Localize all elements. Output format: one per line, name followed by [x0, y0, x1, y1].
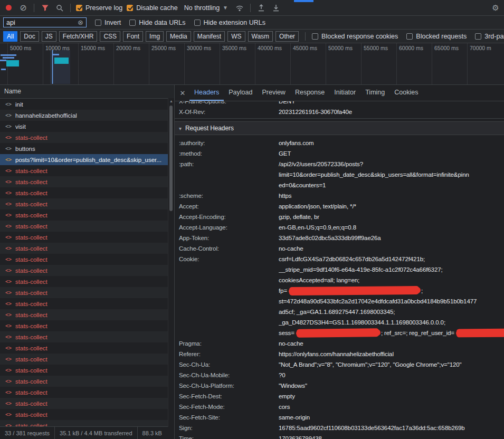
- tab-response[interactable]: Response: [290, 85, 329, 101]
- request-row[interactable]: <>stats-collect: [0, 342, 174, 354]
- request-row[interactable]: <>stats-collect: [0, 221, 174, 232]
- request-row[interactable]: <>stats-collect: [0, 176, 174, 187]
- clear-filter-icon[interactable]: ⊗: [78, 19, 83, 26]
- preserve-log-checkbox[interactable]: Preserve log: [76, 4, 122, 12]
- network-conditions-icon[interactable]: [234, 3, 245, 13]
- type-filter-doc[interactable]: Doc: [20, 31, 39, 42]
- checkbox-unchecked[interactable]: [475, 33, 481, 40]
- checkbox-unchecked[interactable]: [95, 20, 101, 26]
- filter-input[interactable]: api ⊗: [3, 17, 87, 27]
- header-value: csrf=LdfcGX4Sa72db06824c657db26a5d142472…: [279, 254, 504, 338]
- checkbox-unchecked[interactable]: [129, 20, 136, 26]
- request-row[interactable]: <>stats-collect: [0, 376, 174, 387]
- request-row[interactable]: <>buttons: [0, 143, 174, 154]
- request-row[interactable]: <>stats-collect: [0, 365, 174, 376]
- request-row-selected[interactable]: <>posts?limit=10&order=publish_date_desc…: [0, 154, 174, 165]
- type-filter-other[interactable]: Other: [275, 31, 299, 42]
- tab-initiator[interactable]: Initiator: [329, 85, 360, 101]
- request-row[interactable]: <>stats-collect: [0, 132, 174, 143]
- header-value: no-cache: [279, 243, 504, 254]
- request-row[interactable]: <>stats-collect: [0, 409, 174, 420]
- type-filter-all[interactable]: All: [3, 31, 17, 42]
- request-row[interactable]: <>stats-collect: [0, 298, 174, 309]
- header-name: Pragma:: [175, 338, 279, 349]
- disable-cache-checkbox[interactable]: Disable cache: [127, 4, 178, 12]
- adv-checkbox-blocked-requests[interactable]: Blocked requests: [406, 33, 467, 40]
- request-row[interactable]: <>stats-collect: [0, 276, 174, 287]
- waterfall-overview[interactable]: 5000 ms10000 ms15000 ms20000 ms25000 ms3…: [0, 43, 504, 85]
- request-row[interactable]: <>visit: [0, 121, 174, 132]
- type-filter-fetch-xhr[interactable]: Fetch/XHR: [59, 31, 98, 42]
- request-name: stats-collect: [15, 312, 47, 318]
- request-row[interactable]: <>init: [0, 99, 174, 110]
- filter-checkbox-hide-data-urls[interactable]: Hide data URLs: [129, 19, 185, 26]
- request-row[interactable]: <>stats-collect: [0, 243, 174, 254]
- request-row[interactable]: <>stats-collect: [0, 265, 174, 276]
- adv-checkbox-blocked-response-cookies[interactable]: Blocked response cookies: [312, 33, 398, 40]
- tab-headers[interactable]: Headers: [189, 85, 224, 101]
- request-name: stats-collect: [15, 301, 47, 307]
- checkbox-label: Blocked response cookies: [321, 33, 398, 40]
- type-filter-ws[interactable]: WS: [227, 31, 245, 42]
- tab-preview[interactable]: Preview: [257, 85, 290, 101]
- header-value: "Not_A Brand";v="8", "Chromium";v="120",…: [279, 359, 504, 370]
- type-filter-media[interactable]: Media: [166, 31, 191, 42]
- page-blue-artifact: [294, 0, 313, 2]
- checkbox-checked[interactable]: [127, 5, 133, 11]
- import-har-icon[interactable]: [256, 3, 267, 13]
- request-row[interactable]: <>stats-collect: [0, 187, 174, 198]
- request-row[interactable]: <>stats-collect: [0, 398, 174, 409]
- checkbox-unchecked[interactable]: [406, 33, 413, 40]
- adv-checkbox-3rd-party-requests[interactable]: 3rd-party requests: [475, 33, 504, 40]
- section-title: Request Headers: [185, 125, 234, 132]
- throttling-dropdown[interactable]: No throttling ▼: [182, 3, 230, 13]
- checkbox-checked[interactable]: [76, 5, 82, 11]
- scroll-up-icon[interactable]: ▲: [169, 99, 173, 103]
- request-list: <>init<>hannahelizabethofficial<>visit<>…: [0, 99, 174, 426]
- request-row[interactable]: <>stats-collect: [0, 354, 174, 365]
- search-icon[interactable]: [54, 3, 65, 13]
- request-row[interactable]: <>stats-collect: [0, 320, 174, 331]
- checkbox-unchecked[interactable]: [312, 33, 318, 40]
- filter-icon[interactable]: [40, 3, 50, 13]
- request-name: stats-collect: [15, 290, 47, 296]
- request-row[interactable]: <>stats-collect: [0, 387, 174, 398]
- type-filter-img[interactable]: Img: [146, 31, 164, 42]
- record-button[interactable]: [3, 3, 14, 13]
- requests-scrollbar[interactable]: ▲: [168, 98, 174, 427]
- redaction-scribble: [296, 329, 379, 336]
- type-filter-manifest[interactable]: Manifest: [194, 31, 225, 42]
- type-filter-js[interactable]: JS: [42, 31, 56, 42]
- type-filter-wasm[interactable]: Wasm: [248, 31, 273, 42]
- request-row[interactable]: <>stats-collect: [0, 232, 174, 243]
- request-row[interactable]: <>stats-collect: [0, 209, 174, 221]
- header-value-line: GET: [279, 148, 504, 159]
- header-name: Cache-Control:: [175, 243, 279, 254]
- request-row[interactable]: <>stats-collect: [0, 165, 174, 176]
- tab-cookies[interactable]: Cookies: [389, 85, 423, 101]
- request-row[interactable]: <>hannahelizabethofficial: [0, 110, 174, 121]
- request-row[interactable]: <>stats-collect: [0, 287, 174, 298]
- type-filter-font[interactable]: Font: [123, 31, 143, 42]
- request-row[interactable]: <>stats-collect: [0, 420, 174, 426]
- request-row[interactable]: <>stats-collect: [0, 309, 174, 320]
- request-headers-section-toggle[interactable]: ▾ Request Headers: [175, 121, 504, 135]
- header-value: onlyfans.com: [279, 138, 504, 148]
- scrollbar-thumb[interactable]: [169, 106, 173, 211]
- header-value-line: st=472d48a90d5433bfc2a2d17042e4dfdcafd31…: [279, 296, 504, 307]
- filter-checkbox-invert[interactable]: Invert: [95, 19, 121, 26]
- checkbox-unchecked[interactable]: [194, 20, 201, 26]
- request-row[interactable]: <>stats-collect: [0, 254, 174, 265]
- close-icon[interactable]: ✕: [176, 85, 189, 101]
- tab-timing[interactable]: Timing: [360, 85, 389, 101]
- settings-gear-icon[interactable]: ⚙: [490, 3, 501, 13]
- request-row[interactable]: <>stats-collect: [0, 331, 174, 342]
- name-column-header[interactable]: Name: [0, 85, 174, 99]
- header-value-line: application/json, text/plain, */*: [279, 201, 504, 212]
- tab-payload[interactable]: Payload: [224, 85, 257, 101]
- filter-checkbox-hide-extension-urls[interactable]: Hide extension URLs: [194, 19, 265, 26]
- type-filter-css[interactable]: CSS: [100, 31, 120, 42]
- request-row[interactable]: <>stats-collect: [0, 198, 174, 209]
- clear-button[interactable]: ⊘: [18, 3, 28, 13]
- export-har-icon[interactable]: [271, 3, 281, 13]
